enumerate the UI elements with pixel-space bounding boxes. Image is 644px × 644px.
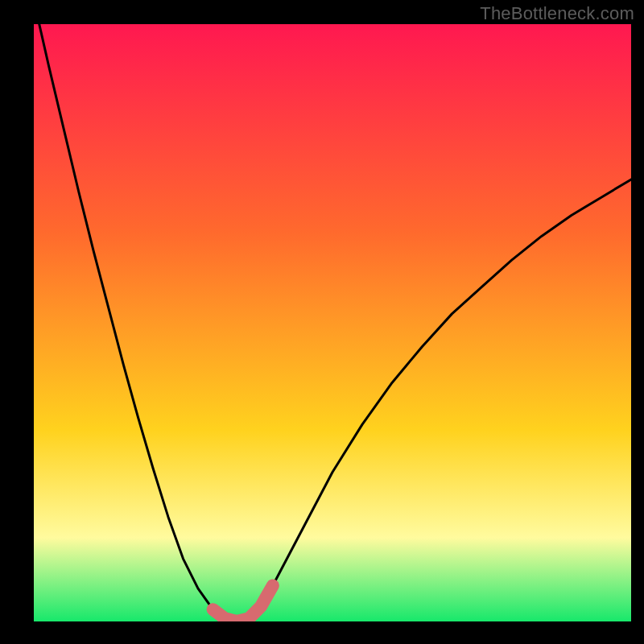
watermark-text: TheBottleneck.com	[480, 3, 634, 24]
plot-background	[34, 24, 631, 621]
chart-stage: TheBottleneck.com	[0, 0, 644, 644]
bottleneck-chart	[0, 0, 644, 644]
